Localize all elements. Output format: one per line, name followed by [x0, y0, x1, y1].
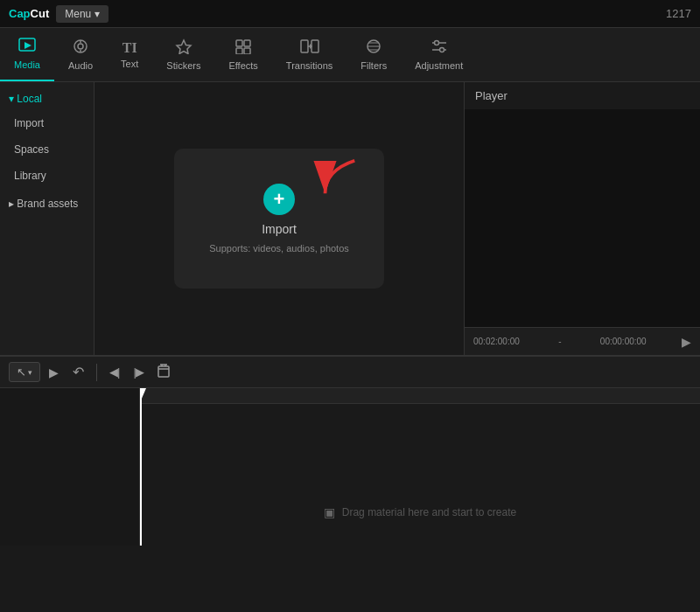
- red-arrow-icon: [297, 157, 367, 210]
- nav-media[interactable]: Media: [0, 28, 54, 81]
- titlebar-left: CapCut Menu ▾: [9, 5, 108, 23]
- adjustment-icon: [430, 38, 449, 57]
- nav-filters[interactable]: Filters: [346, 28, 401, 81]
- nav-effects-label: Effects: [228, 60, 257, 71]
- nav-filters-label: Filters: [360, 60, 387, 71]
- split-right-button[interactable]: |▶: [128, 362, 148, 382]
- menu-button[interactable]: Menu ▾: [56, 5, 108, 23]
- cursor-icon: ↖: [17, 365, 26, 379]
- cursor-arrow-icon: ▾: [28, 368, 32, 377]
- svg-rect-9: [236, 48, 242, 54]
- stickers-icon: [175, 38, 192, 57]
- drag-hint-icon: ▣: [324, 505, 335, 519]
- plus-icon: +: [274, 190, 285, 209]
- nav-stickers[interactable]: Stickers: [152, 28, 214, 81]
- nav-adjustment-label: Adjustment: [415, 60, 463, 71]
- content-area: ▾ Local Import Spaces Library ▸ Brand as…: [0, 82, 700, 355]
- titlebar: CapCut Menu ▾ 1217: [0, 0, 700, 28]
- sidebar-spaces-label: Spaces: [14, 143, 49, 156]
- player-play-button[interactable]: ▶: [682, 335, 691, 349]
- timeline-content: ▣ Drag material here and start to create: [0, 388, 700, 546]
- nav-text-label: Text: [121, 59, 138, 69]
- toolbar-divider: [96, 364, 97, 381]
- transitions-icon: [300, 38, 319, 57]
- nav-audio[interactable]: Audio: [54, 28, 107, 81]
- media-panel: + Import Supports: videos, audios, photo…: [94, 82, 464, 355]
- import-label: Import: [262, 222, 297, 236]
- playhead: [140, 388, 142, 546]
- svg-rect-7: [236, 40, 242, 46]
- sidebar-import-label: Import: [14, 117, 44, 129]
- media-icon: [18, 38, 36, 56]
- timeline-track-area: ▣ Drag material here and start to create: [140, 388, 700, 546]
- svg-marker-6: [177, 40, 191, 54]
- player-controls: 00:02:00:00 - 00:00:00:00 ▶: [465, 327, 700, 355]
- nav-audio-label: Audio: [68, 60, 93, 71]
- player-panel: Player 00:02:00:00 - 00:00:00:00 ▶: [464, 82, 700, 355]
- sidebar-local-section[interactable]: ▾ Local: [0, 87, 94, 110]
- sidebar-item-spaces[interactable]: Spaces: [4, 137, 90, 162]
- player-time-start: 00:02:00:00: [473, 337, 520, 346]
- svg-marker-1: [24, 42, 32, 49]
- nav-media-label: Media: [14, 59, 40, 70]
- menu-label: Menu: [65, 8, 91, 20]
- sidebar-item-import[interactable]: Import: [4, 111, 90, 136]
- nav-transitions[interactable]: Transitions: [272, 28, 346, 81]
- timeline-toolbar: ↖ ▾ ▶ ↶ ◀| |▶: [0, 357, 700, 388]
- menu-arrow-icon: ▾: [94, 8, 100, 20]
- player-title: Player: [465, 82, 700, 109]
- svg-rect-12: [312, 40, 318, 52]
- drag-hint-text: Drag material here and start to create: [342, 506, 516, 518]
- svg-point-21: [434, 41, 438, 45]
- audio-icon: [72, 38, 89, 57]
- svg-rect-11: [301, 40, 308, 52]
- timeline-undo-button[interactable]: ↶: [67, 360, 89, 384]
- svg-rect-8: [244, 40, 250, 46]
- timeline-area: ↖ ▾ ▶ ↶ ◀| |▶: [0, 355, 700, 546]
- nav-transitions-label: Transitions: [286, 60, 332, 71]
- logo-cap-text: Cap: [9, 7, 31, 20]
- player-time-end: 00:00:00:00: [600, 337, 647, 346]
- sidebar-item-brand-assets[interactable]: ▸ Brand assets: [0, 192, 94, 215]
- svg-point-22: [439, 48, 444, 52]
- cursor-tool-select[interactable]: ↖ ▾: [9, 362, 40, 382]
- import-sublabel: Supports: videos, audios, photos: [209, 243, 349, 254]
- nav-stickers-label: Stickers: [166, 60, 200, 71]
- timeline-play-button[interactable]: ▶: [44, 362, 64, 383]
- player-time-separator: -: [555, 337, 564, 346]
- import-plus-button[interactable]: +: [263, 184, 295, 215]
- window-number: 1217: [666, 7, 691, 20]
- sidebar: ▾ Local Import Spaces Library ▸ Brand as…: [0, 82, 94, 355]
- nav-effects[interactable]: Effects: [214, 28, 271, 81]
- sidebar-item-library[interactable]: Library: [4, 163, 90, 188]
- text-icon: TI: [122, 41, 137, 55]
- player-screen: [465, 109, 700, 327]
- filters-icon: [365, 38, 382, 57]
- logo-cut-text: Cut: [31, 7, 50, 20]
- svg-point-3: [78, 44, 83, 49]
- nav-adjustment[interactable]: Adjustment: [401, 28, 477, 81]
- timeline-tracks-panel: [0, 388, 140, 546]
- effects-icon: [234, 38, 252, 57]
- app-logo: CapCut: [9, 7, 49, 20]
- sidebar-brand-label: ▸ Brand assets: [9, 198, 78, 210]
- delete-button[interactable]: [152, 360, 175, 384]
- split-left-button[interactable]: ◀|: [104, 362, 124, 382]
- timeline-ruler: [140, 388, 700, 404]
- svg-rect-24: [158, 366, 169, 377]
- sidebar-library-label: Library: [14, 170, 46, 182]
- top-navigation: Media Audio TI Text Stickers: [0, 28, 700, 82]
- drag-hint: ▣ Drag material here and start to create: [324, 505, 516, 519]
- svg-rect-10: [244, 48, 250, 54]
- nav-text[interactable]: TI Text: [107, 28, 152, 81]
- import-drop-area[interactable]: + Import Supports: videos, audios, photo…: [174, 149, 384, 289]
- trash-icon: [158, 364, 170, 378]
- sidebar-local-label: ▾ Local: [9, 93, 42, 105]
